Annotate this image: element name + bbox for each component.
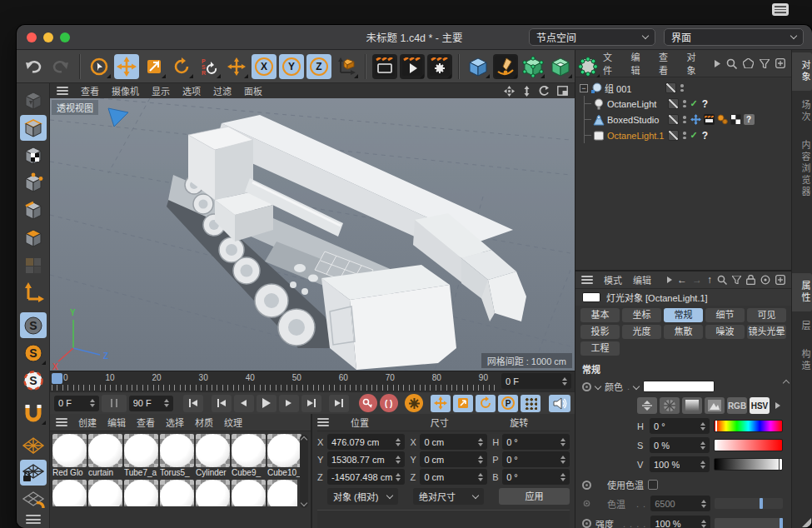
- axis-modification-tool[interactable]: [224, 54, 249, 79]
- material-item[interactable]: [196, 480, 230, 506]
- next-key-button[interactable]: [301, 395, 321, 412]
- subdivision-surface-button[interactable]: [521, 54, 545, 79]
- node-space-select[interactable]: 节点空间: [529, 28, 655, 46]
- viewport-menu-display[interactable]: 显示: [152, 84, 170, 97]
- lock-icon[interactable]: [746, 275, 755, 285]
- object-menu-edit[interactable]: 编辑: [631, 50, 648, 77]
- viewport-menu-icon[interactable]: [57, 87, 68, 95]
- material-menu-texture[interactable]: 纹理: [224, 416, 242, 429]
- tab-attributes-vertical[interactable]: 属性: [792, 273, 812, 311]
- hue-gradient-slider[interactable]: [714, 420, 783, 432]
- extrude-generator-button[interactable]: [548, 54, 573, 79]
- tab-details[interactable]: 细节: [705, 308, 745, 322]
- x-axis-lock-toggle[interactable]: X: [252, 54, 276, 79]
- polygon-mode-button[interactable]: [20, 225, 47, 251]
- live-selection-tool[interactable]: [87, 54, 112, 79]
- tab-layers-vertical[interactable]: 层: [792, 313, 812, 340]
- more-arrow-icon[interactable]: [667, 276, 672, 283]
- material-menu-material[interactable]: 材质: [195, 416, 213, 429]
- record-keyframe-button[interactable]: [359, 394, 377, 412]
- size-z-field[interactable]: 0 cm: [420, 469, 487, 485]
- xpresso-tag-icon[interactable]: [690, 114, 701, 125]
- material-menu-icon[interactable]: [56, 418, 67, 426]
- next-frame-button[interactable]: [279, 395, 299, 412]
- move-tool[interactable]: [114, 54, 139, 79]
- coordinates-menu-icon[interactable]: [317, 418, 329, 426]
- hsv-mode-button[interactable]: HSV: [750, 397, 770, 414]
- viewport-menu-options[interactable]: 选项: [182, 84, 201, 97]
- visibility-toggle[interactable]: [668, 130, 679, 141]
- resize-grip[interactable]: [802, 518, 811, 527]
- viewport-solo-hierarchy-button[interactable]: S: [20, 367, 47, 393]
- viewport-rotate-icon[interactable]: [539, 86, 550, 97]
- material-item[interactable]: Cube10_: [267, 434, 301, 478]
- material-item[interactable]: [124, 480, 158, 506]
- compositing-tag-icon[interactable]: ?: [744, 114, 755, 125]
- key-position-toggle[interactable]: [431, 395, 451, 412]
- filter-icon[interactable]: [732, 276, 741, 284]
- coordinate-system-toggle[interactable]: [334, 54, 359, 79]
- timeline-ruler[interactable]: 0 10 20 30 40 50 60 70 80 90 0 F: [50, 371, 575, 391]
- close-window-button[interactable]: [27, 32, 37, 42]
- rotation-h-field[interactable]: 0 °: [502, 434, 570, 450]
- object-row-light-selected[interactable]: OctaneLight.1 ✓ ?: [575, 127, 791, 143]
- material-item[interactable]: [160, 480, 194, 506]
- add-layer-icon[interactable]: [775, 58, 785, 68]
- enabled-check-icon[interactable]: ✓: [690, 130, 698, 141]
- param-toggle-icon[interactable]: [582, 519, 591, 528]
- goto-start-button[interactable]: [183, 395, 203, 412]
- redo-button[interactable]: [48, 54, 73, 79]
- viewport-canvas[interactable]: Y Z X 透视视图 网格间距 : 1000 cm: [50, 98, 575, 371]
- object-menu-view[interactable]: 查看: [659, 50, 675, 77]
- render-settings-button[interactable]: [427, 54, 452, 79]
- timeline-ticks[interactable]: 0 10 20 30 40 50 60 70 80 90: [50, 371, 500, 391]
- material-item[interactable]: [88, 480, 122, 506]
- compositing-tag-icon[interactable]: ?: [702, 130, 708, 142]
- rotation-p-field[interactable]: 0 °: [502, 451, 570, 467]
- material-item[interactable]: [52, 480, 87, 506]
- end-frame-field[interactable]: 90 F: [129, 396, 174, 411]
- tab-structure-vertical[interactable]: 构造: [792, 341, 812, 380]
- scroll-up-icon[interactable]: [783, 380, 790, 386]
- sound-toggle-button[interactable]: [549, 395, 570, 412]
- start-frame-field[interactable]: 0 F: [54, 396, 99, 411]
- temperature-slider[interactable]: [715, 498, 783, 509]
- editor-render-dots[interactable]: [680, 84, 684, 92]
- sidebar-menu-button[interactable]: [26, 515, 41, 526]
- material-item[interactable]: [232, 480, 266, 506]
- compact-picker-icon[interactable]: [637, 397, 657, 414]
- rotation-b-field[interactable]: 0 °: [502, 469, 570, 485]
- size-x-field[interactable]: 0 cm: [420, 434, 487, 450]
- editor-render-dots[interactable]: [683, 132, 686, 139]
- attribute-menu-icon[interactable]: [581, 276, 593, 284]
- model-mode-button[interactable]: [20, 115, 47, 141]
- stepper-icon[interactable]: [164, 399, 169, 407]
- point-mode-button[interactable]: [20, 170, 47, 196]
- gradient-picker-icon[interactable]: [682, 397, 702, 414]
- object-menu-file[interactable]: 文件: [603, 50, 620, 77]
- viewport-menu-camera[interactable]: 摄像机: [112, 84, 139, 97]
- menubar-icon[interactable]: [772, 3, 789, 16]
- visibility-toggle[interactable]: [668, 114, 679, 125]
- back-arrow-icon[interactable]: ←: [677, 274, 687, 286]
- y-axis-lock-toggle[interactable]: Y: [279, 54, 304, 79]
- position-y-field[interactable]: 15308.77 cm: [327, 451, 405, 467]
- maximize-window-button[interactable]: [60, 32, 70, 42]
- position-z-field[interactable]: -14507.498 cm: [327, 469, 405, 485]
- image-picker-icon[interactable]: [705, 397, 725, 414]
- rotate-tool[interactable]: [169, 54, 194, 79]
- intensity-field[interactable]: 100 %: [650, 516, 710, 528]
- expander-icon[interactable]: −: [580, 84, 588, 92]
- temperature-field[interactable]: 6500: [650, 496, 710, 511]
- uv-mode-button[interactable]: [20, 252, 47, 278]
- add-panel-icon[interactable]: [775, 275, 785, 285]
- more-arrow-icon[interactable]: [715, 60, 720, 67]
- value-gradient-slider[interactable]: [714, 458, 783, 471]
- spline-pen-tool[interactable]: [493, 54, 518, 79]
- tab-lens-flare[interactable]: 镜头光晕: [747, 325, 786, 339]
- editor-render-dots[interactable]: [683, 116, 686, 123]
- value-field[interactable]: 100 %: [650, 456, 710, 472]
- intensity-slider[interactable]: [715, 518, 783, 528]
- dynamics-tag-icon[interactable]: [717, 114, 728, 125]
- enable-axis-button[interactable]: [20, 280, 47, 306]
